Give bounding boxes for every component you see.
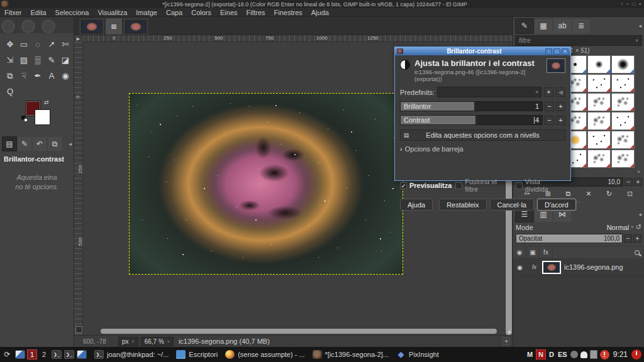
delete-brush-button[interactable]: ✕	[586, 190, 591, 198]
layer-name[interactable]: ic1396-segona.png	[562, 263, 623, 271]
brush-thumbnail[interactable]	[587, 131, 611, 149]
workspace-2[interactable]: 2	[39, 349, 49, 359]
measure-tool[interactable]: ↗	[45, 36, 58, 52]
horizontal-scrollbar[interactable]	[101, 329, 497, 334]
tray-key-m[interactable]: M	[526, 351, 533, 358]
restart-panel-icon[interactable]: ⟳	[2, 349, 13, 360]
brush-thumbnail[interactable]	[587, 93, 611, 111]
preview-checkbox[interactable]: ✓ Previsualitza	[400, 182, 452, 189]
brush-thumbnail[interactable]	[587, 150, 611, 168]
cancel-button[interactable]: Cancel·la	[490, 199, 534, 211]
image-tab-3[interactable]	[123, 18, 148, 35]
menu-capa[interactable]: Capa	[162, 9, 187, 16]
spacing-increase-button[interactable]: +	[634, 178, 642, 186]
window-shade-button[interactable]: ↑	[621, 1, 623, 7]
bucket-fill-tool[interactable]: ▨	[17, 52, 31, 68]
menu-ajuda[interactable]: Ajuda	[307, 9, 333, 16]
zoom-select[interactable]: 66,7 % ˅	[141, 337, 174, 346]
tray-app-icon[interactable]	[570, 351, 578, 358]
launcher-app-icon[interactable]	[77, 350, 87, 359]
free-select-tool[interactable]: ◌	[31, 36, 45, 52]
horizontal-ruler[interactable]: 0 250 500 750 1000 1250	[83, 35, 513, 42]
brush-thumbnail[interactable]	[611, 74, 635, 92]
brush-filter-input[interactable]: filtre ˅	[515, 35, 642, 46]
brush-thumbnail[interactable]	[611, 55, 635, 74]
opacity-increase-button[interactable]: +	[633, 234, 641, 243]
tab-patterns[interactable]: ▦	[535, 19, 552, 33]
presets-select[interactable]: ˅	[437, 87, 541, 97]
layer-search-icon[interactable]	[631, 246, 644, 259]
tab-undo-history[interactable]: ↶	[33, 137, 47, 151]
tab-device-status[interactable]: ✎	[18, 137, 31, 151]
task-firefox[interactable]: (sense assumpte) - ...	[225, 350, 304, 359]
dialog-shade-button[interactable]: ↑	[545, 48, 552, 55]
task-file-manager[interactable]: Escriptori	[176, 350, 218, 359]
default-colors-icon[interactable]	[21, 116, 28, 122]
text-tool[interactable]: A	[45, 68, 58, 84]
ruler-corner-menu-icon[interactable]: ▶	[74, 35, 83, 42]
clone-tool[interactable]: ⧉	[3, 68, 17, 84]
vertical-ruler[interactable]: 0 250 500	[74, 42, 83, 335]
contrast-increase-button[interactable]: +	[556, 116, 565, 125]
window-minimize-button[interactable]: −	[626, 1, 630, 7]
layer-fx-icon[interactable]: fx	[528, 264, 541, 270]
gradient-tool[interactable]: ▒	[31, 52, 45, 68]
brightness-slider[interactable]: Brillantor 1	[400, 101, 543, 111]
scroll-up-icon[interactable]: ▲	[507, 329, 512, 334]
menu-edita[interactable]: Edita	[26, 9, 51, 16]
alert-indicator-icon[interactable]: !	[600, 350, 609, 359]
menu-selecciona[interactable]: Selecciona	[51, 9, 94, 16]
notifications-bell-icon[interactable]	[580, 351, 587, 358]
visibility-column-icon[interactable]: ◉	[513, 246, 526, 259]
tray-key-n[interactable]: N	[536, 349, 546, 359]
effects-column-icon[interactable]: fx	[540, 246, 553, 259]
brush-thumbnail[interactable]	[611, 131, 635, 149]
menu-imatge[interactable]: Imatge	[131, 9, 162, 16]
layer-mode-select[interactable]: Normal	[607, 224, 629, 231]
edit-as-levels-button[interactable]: ▤ Edita aquestes opcions com a nivells	[400, 129, 565, 141]
paintbrush-tool[interactable]: ✎	[45, 52, 58, 68]
dock-collapse-icon[interactable]: ◂	[638, 211, 643, 217]
show-desktop-icon[interactable]	[15, 350, 25, 359]
contrast-slider[interactable]: Contrast 4	[400, 115, 543, 125]
task-terminal[interactable]: ❯_ joan@thinkpad: ~/...	[94, 350, 169, 359]
tab-brushes[interactable]: ✎	[516, 19, 533, 33]
window-titlebar[interactable]: *[ic1396-segona-2] (exportat)-18.0 (Colo…	[0, 0, 644, 8]
lock-column-icon[interactable]: ▣	[526, 246, 540, 259]
workspace-1[interactable]: 1	[27, 349, 37, 359]
tray-package-icon[interactable]	[590, 350, 597, 359]
window-close-button[interactable]: ×	[638, 1, 641, 7]
contrast-decrease-button[interactable]: −	[545, 116, 554, 125]
dock-collapse-icon[interactable]: ◂	[638, 23, 643, 29]
window-maximize-button[interactable]: □	[632, 1, 635, 7]
spacing-decrease-button[interactable]: −	[625, 178, 633, 186]
reset-button[interactable]: Restableix	[439, 199, 486, 211]
image-tab-2[interactable]: ⊠	[106, 18, 122, 35]
brush-thumbnail[interactable]	[611, 93, 635, 111]
open-brush-button[interactable]: ⊡	[627, 190, 633, 198]
task-pixinsight[interactable]: ◆ PixInsight	[396, 350, 439, 359]
tab-gradients[interactable]: ≣	[572, 19, 590, 33]
swap-colors-icon[interactable]: ⇄	[44, 99, 49, 106]
layer-visibility-icon[interactable]: ◉	[513, 264, 526, 271]
menu-colors[interactable]: Colors	[187, 9, 216, 16]
color-picker-tool[interactable]: ◉	[58, 68, 72, 84]
mode-switch-icon[interactable]: ↺	[636, 223, 641, 231]
background-color-swatch[interactable]	[35, 109, 50, 125]
rectangle-select-tool[interactable]: ▭	[17, 36, 31, 52]
split-view-checkbox[interactable]: Vista dividida	[516, 178, 565, 193]
image-ic1396-nebula[interactable]	[129, 93, 403, 275]
crop-tool[interactable]: ✄	[58, 36, 72, 52]
brightness-decrease-button[interactable]: −	[545, 102, 554, 111]
menu-visualitza[interactable]: Visualitza	[93, 9, 131, 16]
tab-tool-options[interactable]: ▤	[3, 137, 16, 151]
ok-button[interactable]: D'acord	[537, 199, 576, 211]
launcher-terminal-icon[interactable]: ❯_	[52, 350, 62, 359]
keyboard-layout-indicator[interactable]: ES	[557, 351, 568, 358]
tab-fonts[interactable]: ab	[553, 19, 571, 33]
move-tool[interactable]: ✥	[3, 36, 17, 52]
dialog-close-button[interactable]: ×	[562, 48, 569, 55]
clock[interactable]: 9:21	[612, 350, 629, 359]
menu-eines[interactable]: Eines	[216, 9, 242, 16]
tab-images[interactable]: ⧉	[48, 137, 62, 151]
